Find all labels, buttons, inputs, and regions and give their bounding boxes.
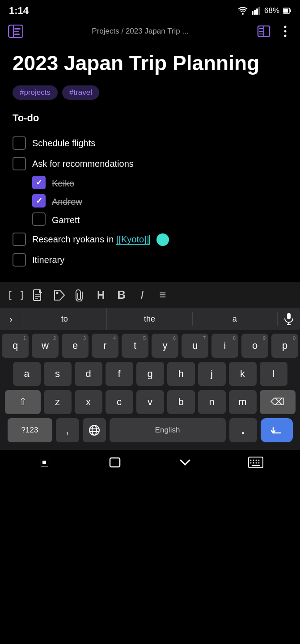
key-k[interactable]: k — [229, 362, 257, 386]
key-p[interactable]: 0p — [271, 334, 298, 358]
tags-row: #projects #travel — [13, 85, 287, 100]
todo-item-2: Ask for recommendations — [13, 153, 287, 173]
top-nav: Projects / 2023 Japan Trip ... — [0, 20, 300, 43]
chevron-down-icon — [179, 458, 191, 466]
suggestion-the[interactable]: the — [107, 308, 192, 330]
key-y[interactable]: 6y — [152, 334, 178, 358]
key-c[interactable]: c — [106, 390, 133, 414]
todo-text-kyoto: Research ryokans in [[Kyoto]] — [32, 232, 169, 246]
home-nav-icon — [108, 456, 122, 469]
checkbox-itinerary[interactable] — [13, 253, 26, 267]
keyboard-row-2: a s d f g h j k l — [2, 362, 298, 386]
down-button[interactable] — [150, 458, 221, 466]
keyboard-row-3: ⇧ z x c v b n m ⌫ — [2, 390, 298, 414]
toolbar-more-icon[interactable]: ≡ — [156, 288, 169, 302]
checkbox-andrew[interactable] — [32, 194, 46, 208]
svg-rect-3 — [258, 7, 260, 15]
suggestion-to[interactable]: to — [22, 308, 107, 330]
key-j[interactable]: j — [198, 362, 226, 386]
key-n[interactable]: n — [198, 390, 226, 414]
expand-suggestions-button[interactable]: › — [0, 308, 22, 330]
home-button[interactable] — [80, 456, 150, 469]
nested-items: Keiko Andrew Garrett — [13, 174, 287, 228]
key-x[interactable]: x — [75, 390, 102, 414]
page-title: 2023 Japan Trip Planning — [13, 52, 287, 75]
svg-rect-35 — [41, 466, 48, 466]
svg-point-17 — [284, 26, 287, 28]
key-b[interactable]: b — [167, 390, 195, 414]
svg-point-18 — [284, 30, 287, 33]
svg-rect-2 — [256, 8, 258, 15]
text-cursor — [149, 235, 150, 245]
signal-icon — [252, 7, 261, 15]
key-q[interactable]: 1q — [2, 334, 29, 358]
keyboard-toggle-button[interactable] — [220, 457, 291, 468]
back-button[interactable] — [9, 457, 80, 468]
toolbar-bracket-icon[interactable]: [ ] — [7, 289, 25, 301]
key-i[interactable]: 8i — [211, 334, 238, 358]
tag-travel[interactable]: #travel — [62, 85, 99, 100]
svg-rect-34 — [41, 459, 48, 459]
key-v[interactable]: v — [136, 390, 164, 414]
key-r[interactable]: 4r — [92, 334, 118, 358]
checkbox-kyoto[interactable] — [13, 233, 26, 246]
sidebar-toggle-button[interactable] — [7, 23, 24, 40]
shift-key[interactable]: ⇧ — [5, 390, 41, 414]
key-a[interactable]: a — [13, 362, 41, 386]
back-nav-icon — [38, 457, 50, 468]
book-view-button[interactable] — [256, 24, 271, 39]
key-t[interactable]: 5t — [122, 334, 148, 358]
key-z[interactable]: z — [44, 390, 72, 414]
key-s[interactable]: s — [44, 362, 72, 386]
backspace-key[interactable]: ⌫ — [260, 390, 296, 414]
kyoto-link[interactable]: [[Kyoto]] — [116, 234, 149, 245]
keyboard: 1q 2w 3e 4r 5t 6y 7u 8i 9o 0p a s d f g … — [0, 330, 300, 450]
svg-point-28 — [89, 425, 99, 435]
globe-key[interactable] — [83, 418, 106, 442]
key-u[interactable]: 7u — [182, 334, 208, 358]
period-key[interactable]: . — [229, 418, 257, 442]
tag-projects[interactable]: #projects — [13, 85, 58, 100]
toolbar-doc-icon[interactable] — [33, 289, 46, 301]
svg-rect-1 — [254, 10, 256, 15]
toolbar-clip-icon[interactable] — [74, 289, 87, 301]
key-m[interactable]: m — [229, 390, 257, 414]
toolbar-tag-icon[interactable] — [54, 289, 66, 301]
keyboard-row-1: 1q 2w 3e 4r 5t 6y 7u 8i 9o 0p — [2, 334, 298, 358]
toolbar-bold-icon[interactable]: B — [115, 288, 128, 302]
comma-key[interactable]: , — [56, 418, 79, 442]
keyboard-suggestions: › to the a — [0, 308, 300, 330]
return-key[interactable] — [261, 418, 293, 442]
nested-item-keiko: Keiko — [32, 174, 287, 191]
more-options-button[interactable] — [278, 24, 293, 39]
key-w[interactable]: 2w — [32, 334, 59, 358]
checkbox-garrett[interactable] — [32, 212, 46, 226]
checkbox-keiko[interactable] — [32, 176, 46, 189]
toolbar-italic-icon[interactable]: I — [136, 289, 148, 301]
svg-rect-10 — [14, 31, 19, 32]
checkbox-1[interactable] — [13, 136, 26, 150]
microphone-button[interactable] — [278, 308, 300, 330]
todo-text-1: Schedule flights — [32, 136, 95, 149]
microphone-icon — [284, 313, 294, 325]
battery-icon — [283, 8, 291, 14]
suggestion-a[interactable]: a — [193, 308, 277, 330]
toolbar-heading-icon[interactable]: H — [95, 289, 107, 301]
space-key[interactable]: English — [110, 418, 226, 442]
svg-rect-6 — [290, 9, 291, 12]
key-l[interactable]: l — [260, 362, 287, 386]
nav-right-icons — [256, 24, 293, 39]
key-g[interactable]: g — [136, 362, 164, 386]
key-h[interactable]: h — [167, 362, 195, 386]
svg-rect-32 — [42, 461, 46, 464]
key-o[interactable]: 9o — [241, 334, 268, 358]
key-f[interactable]: f — [106, 362, 133, 386]
checkbox-2[interactable] — [13, 157, 26, 170]
svg-point-29 — [92, 425, 97, 435]
todo-item-1: Schedule flights — [13, 133, 287, 153]
key-d[interactable]: d — [75, 362, 102, 386]
battery-text: 68% — [264, 6, 279, 15]
symbols-key[interactable]: ?123 — [8, 418, 52, 442]
svg-rect-0 — [252, 11, 254, 15]
key-e[interactable]: 3e — [62, 334, 89, 358]
